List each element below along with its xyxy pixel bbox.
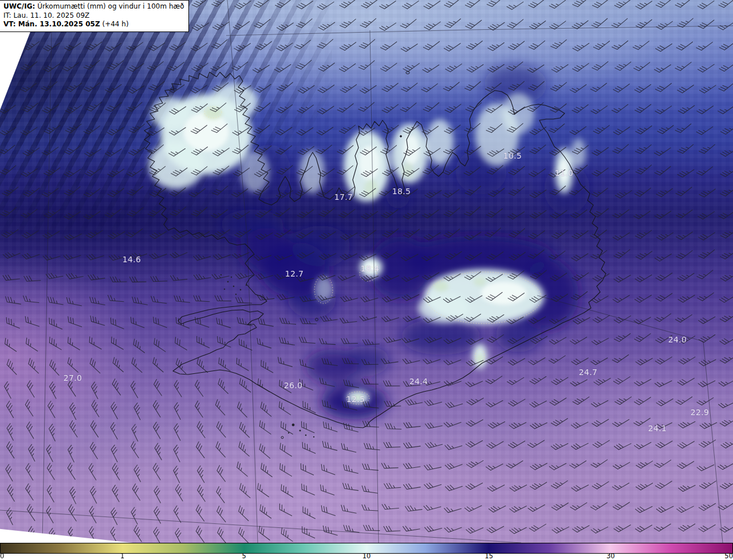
wind-barb <box>466 436 482 449</box>
wind-barb <box>254 0 270 9</box>
wind-barb <box>636 161 651 175</box>
wind-barb <box>86 226 103 239</box>
wind-barb <box>529 37 545 51</box>
wind-barb <box>487 480 504 492</box>
wind-barb <box>258 444 274 458</box>
wind-barb <box>381 59 397 73</box>
wind-barb <box>20 79 36 93</box>
wind-barb <box>697 460 714 472</box>
wind-barb <box>340 38 356 52</box>
wind-barb <box>423 98 439 113</box>
wind-barb <box>258 504 274 518</box>
wind-barb <box>194 401 207 417</box>
wind-barb <box>85 145 101 158</box>
wind-barb <box>425 439 443 448</box>
wind-barb <box>214 441 229 457</box>
wind-barb <box>65 101 81 115</box>
wind-barb <box>276 101 292 115</box>
wind-barb <box>551 414 568 427</box>
wind-barb <box>297 206 313 219</box>
wind-barb <box>277 78 293 93</box>
wind-barb <box>152 317 169 328</box>
wind-barb <box>42 184 58 198</box>
wind-barb <box>635 184 651 198</box>
wind-barb <box>613 228 629 242</box>
wind-barb <box>129 277 146 282</box>
wind-barb <box>466 415 483 428</box>
wind-barb <box>719 291 733 304</box>
wind-barb <box>361 293 378 303</box>
wind-barb <box>467 60 483 73</box>
wind-barb <box>6 484 18 501</box>
wind-barb <box>127 183 143 197</box>
wind-barb <box>466 523 483 534</box>
wind-barb <box>46 271 63 279</box>
wind-barb <box>216 527 230 543</box>
precip-value-label: 24.4 <box>409 377 428 386</box>
wind-barb <box>172 506 185 522</box>
wind-barb <box>195 358 211 372</box>
wind-barb <box>300 318 317 324</box>
wind-barb <box>340 80 356 94</box>
wind-barb <box>66 357 81 372</box>
wind-barb <box>170 203 186 218</box>
wind-barb <box>719 59 733 73</box>
wind-barb <box>360 312 377 322</box>
wind-barb <box>149 249 167 259</box>
wind-barb <box>196 466 208 483</box>
wind-barb <box>277 401 294 415</box>
wind-barb <box>278 337 295 345</box>
wind-barb <box>278 463 294 476</box>
wind-barb <box>131 424 143 441</box>
wind-barb <box>636 15 652 30</box>
wind-barb <box>446 399 463 409</box>
wind-barb <box>212 182 227 196</box>
wind-barb <box>551 499 568 512</box>
wind-barb <box>174 358 190 373</box>
wind-barb <box>89 316 106 325</box>
wind-barb <box>191 39 207 53</box>
wind-barb <box>5 464 17 481</box>
wind-barb <box>720 269 733 282</box>
wind-barb <box>636 121 652 135</box>
wind-barb <box>111 463 124 480</box>
wind-barb <box>319 485 336 495</box>
wind-barb <box>24 400 37 416</box>
wind-barb <box>65 79 81 93</box>
valid-label: VT: <box>3 20 16 28</box>
wind-barb <box>23 296 40 303</box>
wind-barb <box>320 464 337 475</box>
wind-barb <box>317 36 333 50</box>
wind-barb <box>341 338 358 344</box>
wind-barb <box>720 333 733 346</box>
wind-barb <box>635 226 651 240</box>
wind-barb <box>174 295 190 302</box>
wind-barb <box>322 526 339 535</box>
wind-barb <box>421 80 438 93</box>
wind-barb <box>151 296 167 303</box>
wind-barb <box>299 463 316 475</box>
colorbar-tick: 0 <box>0 553 4 559</box>
wind-barb <box>5 441 18 458</box>
wind-barb <box>257 293 274 300</box>
wind-barb <box>530 141 546 155</box>
wind-barb <box>698 16 714 30</box>
wind-barb <box>612 14 628 29</box>
wind-barb <box>718 18 733 31</box>
wind-barb <box>679 353 695 366</box>
wind-barb <box>238 483 254 498</box>
wind-barb <box>215 506 230 522</box>
wind-barb <box>424 0 440 10</box>
wind-barb <box>405 397 423 405</box>
wind-barb <box>339 121 355 135</box>
wind-barb <box>279 421 295 434</box>
wind-barb <box>317 0 334 11</box>
colorbar-tick: 10 <box>362 553 371 559</box>
wind-barb <box>255 37 271 51</box>
wind-barb <box>111 357 127 372</box>
wind-barb <box>572 101 588 115</box>
wind-barb <box>127 98 142 113</box>
wind-barb <box>195 505 208 521</box>
wind-barb <box>47 318 64 329</box>
wind-barb <box>342 464 360 473</box>
